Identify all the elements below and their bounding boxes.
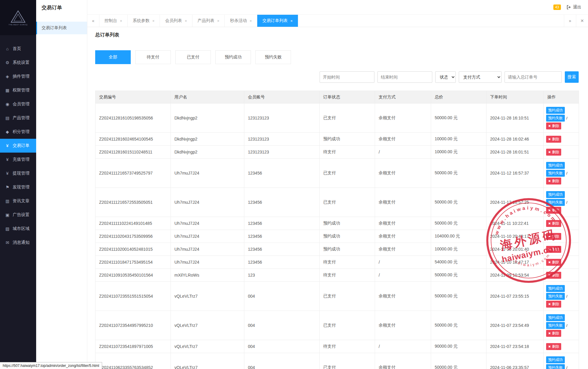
delete-button[interactable]: ✖删除 <box>546 149 561 156</box>
delete-button[interactable]: ✖删除 <box>546 233 561 240</box>
tab-system-params[interactable]: 系统参数× <box>128 15 160 27</box>
reserve-fail-button[interactable]: 预约失败 <box>546 364 565 369</box>
cell-order-id: Z2024110910535450101564 <box>95 269 171 282</box>
delete-label: 删除 <box>552 331 559 336</box>
reserve-success-button[interactable]: 预约成功 <box>546 356 565 363</box>
status-select[interactable]: 状态 <box>435 71 456 83</box>
filter-tab-pending-payment[interactable]: 待支付 <box>135 50 171 64</box>
sidebar-item-plugin-management[interactable]: ◈插件管理 <box>0 70 36 83</box>
reserve-success-button[interactable]: 预约成功 <box>546 162 565 169</box>
delete-button[interactable]: ✖删除 <box>546 220 561 227</box>
cell-order-id: Z2024112816105198535056 <box>95 104 171 133</box>
cell-actions: 预约成功预约失败/✖删除 <box>544 311 579 340</box>
delete-button[interactable]: ✖删除 <box>546 246 561 253</box>
tab-console[interactable]: 控制台× <box>99 15 128 27</box>
sidebar-item-city-region[interactable]: ▨城市区域 <box>0 222 36 236</box>
cell-account: 123456 <box>244 256 320 269</box>
sidebar-item-label: 发现管理 <box>13 184 30 190</box>
tabs-scroll-right-button[interactable]: » <box>564 15 576 27</box>
sidebar-item-withdrawal-management[interactable]: ¥提现管理 <box>0 166 36 180</box>
tab-close-icon[interactable]: × <box>152 19 155 23</box>
sidebar-item-system-settings[interactable]: ⚙系统设置 <box>0 56 36 70</box>
cell-username: Uh7muJ7J24 <box>171 256 244 269</box>
cell-price: 50000.00 元 <box>431 217 486 230</box>
tabs-close-all-button[interactable]: ✕ <box>576 15 588 27</box>
tab-close-icon[interactable]: × <box>185 19 187 23</box>
start-time-input[interactable] <box>320 71 374 83</box>
sidebar-item-permission-management[interactable]: ▦权限管理 <box>0 83 36 97</box>
logout-icon <box>566 5 571 10</box>
reserve-fail-button[interactable]: 预约失败 <box>546 293 565 300</box>
filter-tab-reserve-fail[interactable]: 预约失败 <box>255 50 291 64</box>
delete-button[interactable]: ✖删除 <box>546 343 561 350</box>
sidebar-item-points-management[interactable]: ◆积分管理 <box>0 125 36 139</box>
cell-status: 预约成功 <box>320 230 375 243</box>
filter-tab-paid[interactable]: 已支付 <box>175 50 211 64</box>
cell-actions: ✖删除 <box>544 133 579 146</box>
cell-status: 待支付 <box>320 146 375 159</box>
cell-account: 123456 <box>244 188 320 217</box>
cell-username: vQLeVLTrz7 <box>171 311 244 340</box>
cell-account: 123123123 <box>244 133 320 146</box>
tab-trade-order-list[interactable]: 交易订单列表× <box>257 15 298 27</box>
end-time-input[interactable] <box>377 71 432 83</box>
delete-button[interactable]: ✖删除 <box>546 330 561 337</box>
column-header: 订单状态 <box>320 91 375 104</box>
search-button[interactable]: 搜索 <box>565 71 579 83</box>
sidebar-item-home[interactable]: ⌂首页 <box>0 42 36 56</box>
sidebar-item-message-notice[interactable]: ✉消息通知 <box>0 236 36 250</box>
delete-button[interactable]: ✖删除 <box>546 136 561 143</box>
filter-tab-all[interactable]: 全部 <box>95 50 131 64</box>
tab-close-icon[interactable]: × <box>120 19 122 23</box>
tab-flash-sale[interactable]: 秒杀活动× <box>225 15 257 27</box>
reserve-success-button[interactable]: 预约成功 <box>546 107 565 114</box>
submenu-item-trade-order-list[interactable]: 交易订单列表 <box>36 22 87 34</box>
logout-button[interactable]: 退出 <box>566 5 581 10</box>
reserve-success-button[interactable]: 预约成功 <box>546 285 565 292</box>
delete-button[interactable]: ✖删除 <box>546 178 561 184</box>
sidebar-item-member-management[interactable]: ◉会员管理 <box>0 97 36 111</box>
cell-time: 2024-11-28 16:01:51 <box>486 146 544 159</box>
cell-pay-method: / <box>375 256 431 269</box>
reserve-fail-button[interactable]: 预约失败 <box>546 170 565 177</box>
delete-button[interactable]: ✖删除 <box>546 122 561 129</box>
tab-close-icon[interactable]: × <box>217 19 220 23</box>
tab-product-list[interactable]: 产品列表× <box>192 15 225 27</box>
tab-close-icon[interactable]: × <box>249 19 252 23</box>
delete-button[interactable]: ✖删除 <box>546 259 561 266</box>
order-row: Z2024111020431753509956Uh7muJ7J24123456预… <box>95 230 579 243</box>
tabs-scroll-left-button[interactable]: « <box>87 15 99 27</box>
cell-pay-method: 余额支付 <box>375 311 431 340</box>
order-no-input[interactable] <box>505 71 562 83</box>
delete-button[interactable]: ✖删除 <box>546 207 561 214</box>
reserve-success-button[interactable]: 预约成功 <box>546 314 565 321</box>
delete-button[interactable]: ✖删除 <box>546 301 561 308</box>
sidebar-item-trade-orders[interactable]: ¥交易订单 <box>0 139 36 153</box>
sidebar-item-ad-settings[interactable]: ▣广告设置 <box>0 208 36 222</box>
sidebar-item-recharge-management[interactable]: ¥充值管理 <box>0 153 36 166</box>
delete-button[interactable]: ✖删除 <box>546 272 561 279</box>
reserve-fail-button[interactable]: 预约失败 <box>546 115 565 122</box>
notification-badge[interactable]: 43 <box>553 5 561 10</box>
sidebar-item-label: 城市区域 <box>13 226 30 231</box>
cell-price: 10000.00 元 <box>431 243 486 256</box>
tab-close-icon[interactable]: × <box>290 19 293 23</box>
orders-table: 交易编号用户名会员账号订单状态支付方式总价下单时间操作 Z20241128161… <box>95 91 579 369</box>
payment-method-select[interactable]: 支付方式 <box>459 71 502 83</box>
reserve-fail-button[interactable]: 预约失败 <box>546 322 565 329</box>
sidebar-item-discovery-management[interactable]: ⚑发现管理 <box>0 180 36 194</box>
reserve-success-button[interactable]: 预约成功 <box>546 191 565 198</box>
tab-member-list[interactable]: 会员列表× <box>160 15 192 27</box>
order-row: Z2024112816024654100545DkdNvjngp21231231… <box>95 133 579 146</box>
sidebar-item-label: 交易订单 <box>13 143 30 148</box>
reserve-fail-button[interactable]: 预约失败 <box>546 199 565 206</box>
cell-account: 123456 <box>244 230 320 243</box>
cell-pay-method: / <box>375 340 431 353</box>
filter-tab-reserve-success[interactable]: 预约成功 <box>215 50 251 64</box>
cell-actions: 预约成功预约失败/✖删除 <box>544 104 579 133</box>
sidebar-item-news-articles[interactable]: ▥资讯文章 <box>0 194 36 208</box>
separator: / <box>566 323 568 328</box>
sidebar-menu: ⌂首页⚙系统设置◈插件管理▦权限管理◉会员管理▤产品管理◆积分管理¥交易订单¥充… <box>0 35 36 250</box>
cell-status: 预约成功 <box>320 217 375 230</box>
sidebar-item-product-management[interactable]: ▤产品管理 <box>0 111 36 125</box>
